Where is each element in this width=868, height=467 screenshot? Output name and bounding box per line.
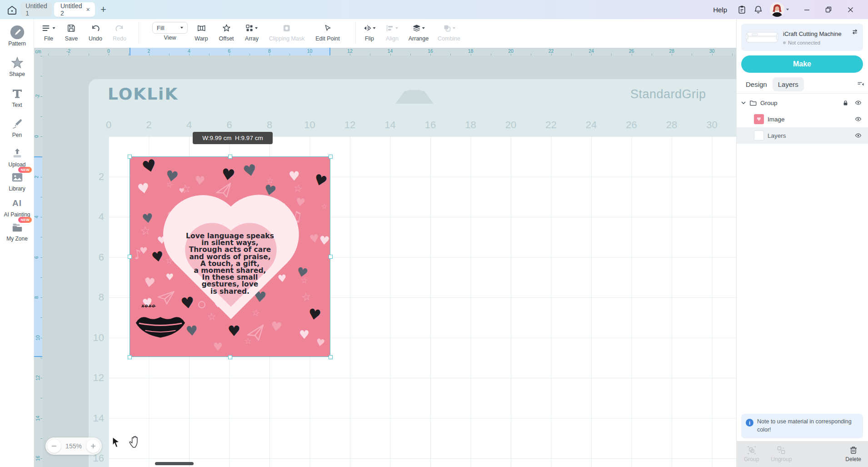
sidebar-item-upload[interactable]: Upload	[0, 146, 34, 168]
ruler-number: 26	[629, 48, 634, 54]
ruler-tick	[692, 54, 692, 55]
selection-handle[interactable]	[228, 155, 232, 159]
ruler-unit-label: cm	[34, 48, 42, 55]
canvas-workspace[interactable]: LOKLiK StandardGrip 02468101214161820222…	[42, 55, 736, 467]
ruler-tick	[269, 54, 270, 55]
tab-untitled-2[interactable]: Untitled 2 ×	[54, 2, 95, 17]
new-tab-button[interactable]: +	[100, 4, 106, 15]
ruler-tick	[551, 54, 552, 55]
restore-button[interactable]	[824, 5, 833, 14]
selection-handle[interactable]	[128, 155, 132, 159]
file-menu-button[interactable]: File	[42, 22, 55, 42]
ruler-tick	[189, 54, 190, 55]
layers-layer-thumbnail	[754, 131, 764, 141]
zoom-in-button[interactable]	[86, 439, 100, 453]
machine-image	[746, 28, 778, 46]
undo-button[interactable]: Undo	[89, 22, 102, 42]
ungroup-button: Ungroup	[771, 446, 792, 462]
ruler-number: 20	[508, 48, 514, 54]
offset-star-icon	[222, 22, 231, 35]
selection-handle[interactable]	[329, 355, 333, 359]
view-fill-dropdown[interactable]: Fill View	[152, 22, 188, 41]
redo-button: Redo	[113, 22, 126, 42]
array-grid-icon	[246, 22, 258, 35]
avatar-chevron-down-icon[interactable]	[786, 9, 789, 10]
eye-icon[interactable]	[854, 115, 862, 123]
star-icon: ☆	[266, 176, 274, 185]
design-image[interactable]: Love language speaksin silent ways,Throu…	[130, 156, 330, 357]
combine-icon	[443, 22, 455, 35]
heart-icon: ♥	[150, 249, 165, 264]
pan-hand-icon	[128, 434, 141, 449]
ruler-tick	[149, 54, 150, 55]
ruler-tick	[40, 458, 42, 459]
eye-icon[interactable]	[854, 99, 862, 106]
ruler-number: 8	[34, 296, 39, 299]
ruler-tick	[169, 54, 170, 55]
sidebar-item-ai-painting[interactable]: AI AI Painting	[0, 196, 34, 218]
arrange-button[interactable]: Arrange	[409, 22, 429, 42]
flip-button[interactable]: Flip	[364, 22, 376, 42]
help-link[interactable]: Help	[713, 6, 727, 14]
canvas-column-label: 0	[106, 119, 111, 131]
selection-handle[interactable]	[329, 255, 333, 259]
selection-handle[interactable]	[128, 355, 132, 359]
sidebar-item-library[interactable]: NEW Library	[0, 171, 34, 192]
layer-row-image[interactable]: ♥ Image	[737, 111, 868, 127]
make-button[interactable]: Make	[741, 55, 863, 73]
selection-handle[interactable]	[228, 355, 232, 359]
close-tab-icon[interactable]: ×	[86, 6, 90, 13]
notifications-bell-icon[interactable]	[753, 5, 763, 14]
tab-untitled-1[interactable]: Untitled 1	[20, 2, 52, 17]
sidebar-item-text[interactable]: Text	[0, 87, 34, 109]
selection-handle[interactable]	[128, 255, 132, 259]
home-button[interactable]	[5, 4, 18, 16]
zoom-control: 155%	[45, 437, 102, 455]
heart-icon: ♥	[309, 232, 320, 245]
avatar[interactable]	[770, 2, 784, 17]
status-dot	[783, 41, 786, 44]
warp-button[interactable]: Warp	[195, 22, 208, 42]
layer-row-layers[interactable]: Layers	[737, 127, 868, 144]
tab-design[interactable]: Design	[740, 77, 773, 91]
star-icon: ☆	[300, 291, 312, 303]
size-tooltip: W:9.99 cm H:9.97 cm	[193, 132, 273, 144]
ruler-number: 0	[107, 48, 110, 54]
selection-handle[interactable]	[329, 155, 333, 159]
ruler-tick	[40, 338, 42, 338]
fill-select[interactable]: Fill	[152, 22, 188, 34]
offset-button[interactable]: Offset	[219, 22, 234, 42]
save-button[interactable]: Save	[65, 22, 78, 42]
home-icon	[7, 5, 17, 15]
minimize-button[interactable]	[803, 5, 811, 14]
switch-machine-icon[interactable]	[851, 28, 858, 35]
horizontal-scrollbar-thumb[interactable]	[155, 462, 194, 465]
ai-icon: AI	[12, 198, 22, 208]
tab-layers[interactable]: Layers	[773, 77, 804, 91]
clipboard-icon[interactable]	[737, 5, 746, 14]
eye-icon[interactable]	[854, 132, 862, 139]
right-panel: iCraft Cutting Machine Not connected Mak…	[736, 19, 868, 467]
canvas-column-label: 22	[545, 119, 556, 131]
sidebar-item-shape[interactable]: Shape	[0, 56, 34, 78]
ruler-tick	[40, 217, 42, 217]
delete-button[interactable]: Delete	[845, 446, 861, 462]
mat-type-label: StandardGrip	[630, 87, 706, 101]
sidebar-item-my-zone[interactable]: NEW My Zone	[0, 221, 34, 242]
layer-row-group[interactable]: Group	[737, 95, 868, 111]
array-button[interactable]: Array	[245, 22, 259, 42]
star-icon: ☆	[321, 203, 328, 210]
collapse-panel-icon[interactable]	[857, 81, 864, 87]
panel-footer: Group Ungroup Delete	[737, 441, 868, 467]
redo-icon	[115, 22, 124, 35]
combine-button: Combine	[438, 22, 460, 42]
heart-icon: ♥	[140, 156, 159, 176]
lock-icon[interactable]	[842, 100, 849, 106]
sidebar-item-pen[interactable]: Pen	[0, 117, 34, 139]
zoom-out-button[interactable]	[47, 439, 61, 453]
close-button[interactable]	[846, 5, 854, 14]
edit-point-button[interactable]: Edit Point	[315, 22, 340, 42]
ruler-tick	[40, 197, 42, 197]
sidebar-item-pattern[interactable]: Pattern	[0, 25, 34, 47]
chevron-down-icon[interactable]	[740, 100, 747, 106]
